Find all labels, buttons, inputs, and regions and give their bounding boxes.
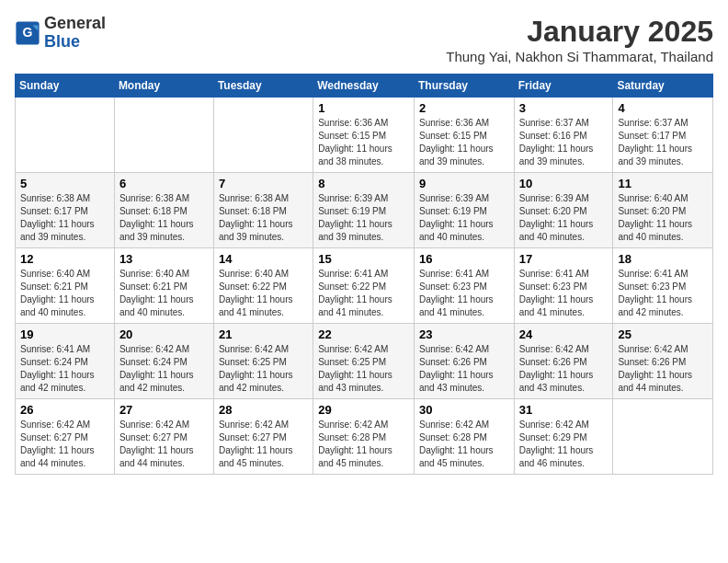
calendar-cell: 13Sunrise: 6:40 AM Sunset: 6:21 PM Dayli…	[114, 248, 213, 324]
day-number: 21	[219, 327, 308, 341]
header-cell-friday: Friday	[514, 75, 613, 98]
calendar-subtitle: Thung Yai, Nakhon Si Thammarat, Thailand	[446, 49, 713, 64]
day-number: 11	[618, 177, 708, 190]
day-info: Sunrise: 6:42 AM Sunset: 6:28 PM Dayligh…	[419, 419, 509, 470]
logo-icon: G	[15, 20, 40, 46]
calendar-cell	[213, 98, 313, 173]
day-info: Sunrise: 6:41 AM Sunset: 6:23 PM Dayligh…	[519, 268, 609, 319]
day-number: 6	[119, 177, 209, 190]
header-cell-tuesday: Tuesday	[213, 75, 313, 98]
day-info: Sunrise: 6:36 AM Sunset: 6:15 PM Dayligh…	[318, 117, 409, 168]
day-number: 16	[419, 252, 509, 266]
day-number: 4	[618, 101, 708, 115]
logo-general-text: General	[44, 14, 106, 32]
calendar-cell: 9Sunrise: 6:39 AM Sunset: 6:19 PM Daylig…	[414, 173, 514, 248]
calendar-cell: 19Sunrise: 6:41 AM Sunset: 6:24 PM Dayli…	[16, 324, 115, 399]
day-number: 3	[519, 101, 609, 115]
calendar-cell: 23Sunrise: 6:42 AM Sunset: 6:26 PM Dayli…	[414, 324, 514, 399]
day-info: Sunrise: 6:42 AM Sunset: 6:26 PM Dayligh…	[618, 343, 708, 395]
calendar-cell: 6Sunrise: 6:38 AM Sunset: 6:18 PM Daylig…	[114, 173, 213, 248]
header-cell-monday: Monday	[114, 75, 213, 98]
calendar-week-5: 26Sunrise: 6:42 AM Sunset: 6:27 PM Dayli…	[16, 399, 713, 475]
day-info: Sunrise: 6:39 AM Sunset: 6:19 PM Dayligh…	[318, 192, 409, 244]
day-number: 14	[219, 252, 308, 266]
day-info: Sunrise: 6:42 AM Sunset: 6:25 PM Dayligh…	[219, 343, 308, 395]
calendar-cell	[613, 399, 713, 475]
day-info: Sunrise: 6:41 AM Sunset: 6:22 PM Dayligh…	[318, 268, 409, 319]
day-info: Sunrise: 6:42 AM Sunset: 6:24 PM Dayligh…	[119, 343, 209, 395]
calendar-week-4: 19Sunrise: 6:41 AM Sunset: 6:24 PM Dayli…	[16, 324, 713, 399]
day-number: 27	[119, 403, 209, 417]
day-info: Sunrise: 6:42 AM Sunset: 6:28 PM Dayligh…	[318, 419, 409, 470]
day-number: 20	[119, 327, 209, 341]
day-number: 26	[20, 403, 109, 417]
calendar-cell: 14Sunrise: 6:40 AM Sunset: 6:22 PM Dayli…	[213, 248, 313, 324]
calendar-cell: 4Sunrise: 6:37 AM Sunset: 6:17 PM Daylig…	[613, 98, 713, 173]
day-info: Sunrise: 6:36 AM Sunset: 6:15 PM Dayligh…	[419, 117, 509, 168]
calendar-cell: 20Sunrise: 6:42 AM Sunset: 6:24 PM Dayli…	[114, 324, 213, 399]
svg-text:G: G	[23, 25, 33, 40]
calendar-cell	[16, 98, 115, 173]
day-number: 28	[219, 403, 308, 417]
day-info: Sunrise: 6:39 AM Sunset: 6:20 PM Dayligh…	[519, 192, 609, 244]
day-info: Sunrise: 6:42 AM Sunset: 6:29 PM Dayligh…	[519, 419, 609, 470]
calendar-cell: 22Sunrise: 6:42 AM Sunset: 6:25 PM Dayli…	[313, 324, 415, 399]
calendar-cell: 28Sunrise: 6:42 AM Sunset: 6:27 PM Dayli…	[213, 399, 313, 475]
day-number: 2	[419, 101, 509, 115]
calendar-cell: 17Sunrise: 6:41 AM Sunset: 6:23 PM Dayli…	[514, 248, 613, 324]
day-number: 31	[519, 403, 609, 417]
calendar-title: January 2025	[446, 15, 713, 49]
day-info: Sunrise: 6:42 AM Sunset: 6:27 PM Dayligh…	[219, 419, 308, 470]
calendar-cell: 27Sunrise: 6:42 AM Sunset: 6:27 PM Dayli…	[114, 399, 213, 475]
day-number: 13	[119, 252, 209, 266]
header-cell-sunday: Sunday	[16, 75, 115, 98]
calendar-cell: 18Sunrise: 6:41 AM Sunset: 6:23 PM Dayli…	[613, 248, 713, 324]
day-number: 25	[618, 327, 708, 341]
calendar-cell: 31Sunrise: 6:42 AM Sunset: 6:29 PM Dayli…	[514, 399, 613, 475]
calendar-table: SundayMondayTuesdayWednesdayThursdayFrid…	[15, 74, 713, 475]
day-info: Sunrise: 6:40 AM Sunset: 6:20 PM Dayligh…	[618, 192, 708, 244]
header-cell-wednesday: Wednesday	[313, 75, 415, 98]
calendar-cell: 24Sunrise: 6:42 AM Sunset: 6:26 PM Dayli…	[514, 324, 613, 399]
day-number: 5	[20, 177, 109, 190]
day-info: Sunrise: 6:38 AM Sunset: 6:18 PM Dayligh…	[119, 192, 209, 244]
page-header: G General Blue January 2025 Thung Yai, N…	[15, 15, 713, 64]
day-number: 15	[318, 252, 409, 266]
day-number: 12	[20, 252, 109, 266]
calendar-week-1: 1Sunrise: 6:36 AM Sunset: 6:15 PM Daylig…	[16, 98, 713, 173]
calendar-cell: 11Sunrise: 6:40 AM Sunset: 6:20 PM Dayli…	[613, 173, 713, 248]
day-number: 9	[419, 177, 509, 190]
day-info: Sunrise: 6:40 AM Sunset: 6:21 PM Dayligh…	[119, 268, 209, 319]
calendar-cell: 3Sunrise: 6:37 AM Sunset: 6:16 PM Daylig…	[514, 98, 613, 173]
day-info: Sunrise: 6:40 AM Sunset: 6:21 PM Dayligh…	[20, 268, 109, 319]
day-number: 23	[419, 327, 509, 341]
calendar-week-3: 12Sunrise: 6:40 AM Sunset: 6:21 PM Dayli…	[16, 248, 713, 324]
calendar-cell: 8Sunrise: 6:39 AM Sunset: 6:19 PM Daylig…	[313, 173, 415, 248]
day-number: 22	[318, 327, 409, 341]
day-info: Sunrise: 6:42 AM Sunset: 6:27 PM Dayligh…	[20, 419, 109, 470]
calendar-cell: 26Sunrise: 6:42 AM Sunset: 6:27 PM Dayli…	[16, 399, 115, 475]
header-cell-thursday: Thursday	[414, 75, 514, 98]
logo-blue-text: Blue	[44, 32, 80, 51]
day-info: Sunrise: 6:42 AM Sunset: 6:27 PM Dayligh…	[119, 419, 209, 470]
day-number: 19	[20, 327, 109, 341]
day-number: 18	[618, 252, 708, 266]
calendar-cell: 16Sunrise: 6:41 AM Sunset: 6:23 PM Dayli…	[414, 248, 514, 324]
day-info: Sunrise: 6:41 AM Sunset: 6:23 PM Dayligh…	[618, 268, 708, 319]
day-info: Sunrise: 6:42 AM Sunset: 6:25 PM Dayligh…	[318, 343, 409, 395]
day-number: 24	[519, 327, 609, 341]
calendar-cell: 5Sunrise: 6:38 AM Sunset: 6:17 PM Daylig…	[16, 173, 115, 248]
calendar-header: SundayMondayTuesdayWednesdayThursdayFrid…	[16, 75, 713, 98]
calendar-cell: 25Sunrise: 6:42 AM Sunset: 6:26 PM Dayli…	[613, 324, 713, 399]
day-number: 10	[519, 177, 609, 190]
day-info: Sunrise: 6:42 AM Sunset: 6:26 PM Dayligh…	[519, 343, 609, 395]
day-info: Sunrise: 6:37 AM Sunset: 6:16 PM Dayligh…	[519, 117, 609, 168]
calendar-cell	[114, 98, 213, 173]
header-row: SundayMondayTuesdayWednesdayThursdayFrid…	[16, 75, 713, 98]
day-number: 8	[318, 177, 409, 190]
calendar-cell: 2Sunrise: 6:36 AM Sunset: 6:15 PM Daylig…	[414, 98, 514, 173]
header-cell-saturday: Saturday	[613, 75, 713, 98]
calendar-cell: 29Sunrise: 6:42 AM Sunset: 6:28 PM Dayli…	[313, 399, 415, 475]
calendar-cell: 15Sunrise: 6:41 AM Sunset: 6:22 PM Dayli…	[313, 248, 415, 324]
calendar-cell: 10Sunrise: 6:39 AM Sunset: 6:20 PM Dayli…	[514, 173, 613, 248]
